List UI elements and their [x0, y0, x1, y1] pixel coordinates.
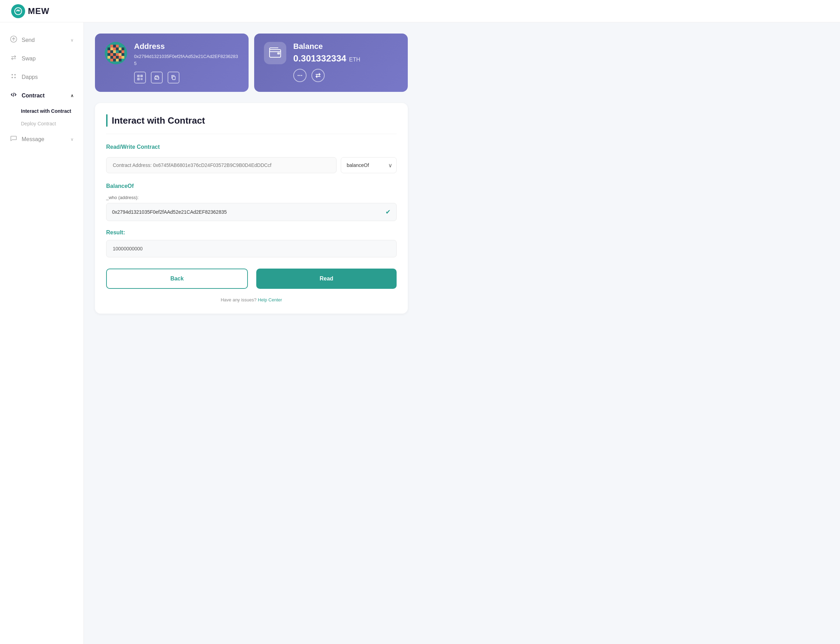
logo-text: MEW — [28, 6, 49, 16]
svg-point-54 — [300, 75, 300, 76]
param-input-wrap: ✔ — [106, 203, 397, 221]
svg-rect-45 — [142, 78, 143, 79]
message-icon — [10, 135, 18, 143]
buttons-row: Back Read — [106, 269, 397, 289]
svg-rect-47 — [142, 79, 143, 80]
swap-button[interactable] — [312, 69, 325, 82]
balance-actions — [293, 69, 360, 82]
cards-row: Address 0x2794d1321035F0ef2fAAd52e21CAd2… — [95, 33, 408, 92]
back-button[interactable]: Back — [106, 269, 248, 289]
svg-rect-31 — [116, 56, 119, 59]
svg-rect-16 — [108, 50, 110, 53]
balance-value: 0.301332334 — [293, 53, 346, 64]
svg-rect-28 — [108, 56, 110, 59]
svg-rect-36 — [116, 59, 119, 61]
svg-point-55 — [301, 75, 302, 76]
address-value: 0x2794d1321035F0ef2fAAd52e21CAd2EF823628… — [134, 53, 239, 67]
svg-rect-32 — [119, 56, 121, 59]
logo-icon — [11, 4, 25, 18]
function-title: BalanceOf — [106, 183, 397, 189]
result-section: Result: 10000000000 — [106, 230, 397, 257]
contract-address-input[interactable] — [106, 157, 336, 173]
header: MEW — [0, 0, 840, 22]
sidebar-dapps-label: Dapps — [21, 74, 38, 80]
svg-rect-22 — [108, 53, 110, 56]
sidebar-message-label: Message — [21, 136, 44, 143]
svg-rect-18 — [113, 50, 116, 53]
sidebar-subitem-interact[interactable]: Interact with Contract — [0, 105, 84, 117]
svg-rect-11 — [110, 48, 113, 50]
sidebar-contract-label: Contract — [21, 92, 45, 99]
qr-code-button[interactable] — [134, 72, 146, 84]
svg-rect-24 — [113, 53, 116, 56]
svg-rect-25 — [116, 53, 119, 56]
svg-rect-35 — [113, 59, 116, 61]
svg-rect-7 — [110, 45, 113, 48]
svg-rect-41 — [141, 76, 142, 77]
contract-input-row: balanceOf ∨ — [106, 157, 397, 173]
svg-point-5 — [14, 77, 16, 78]
svg-rect-20 — [119, 50, 121, 53]
balance-amount: 0.301332334 ETH — [293, 53, 360, 64]
help-center-link[interactable]: Help Center — [258, 297, 282, 302]
svg-rect-52 — [277, 53, 280, 54]
balance-card: Balance 0.301332334 ETH — [254, 33, 408, 92]
balance-card-title: Balance — [293, 42, 360, 51]
contract-icon — [10, 91, 18, 100]
print-button[interactable] — [151, 72, 163, 84]
contract-submenu: Interact with Contract Deploy Contract — [0, 105, 84, 130]
copy-button[interactable] — [167, 72, 179, 84]
svg-rect-43 — [138, 79, 139, 80]
help-text: Have any issues? — [221, 297, 257, 302]
accent-bar — [106, 114, 108, 127]
dapps-icon — [10, 73, 18, 81]
svg-rect-15 — [121, 48, 124, 50]
send-chevron: ∨ — [71, 38, 74, 43]
sidebar-item-message[interactable]: Message ∨ — [0, 130, 84, 148]
sidebar-swap-label: Swap — [21, 56, 36, 62]
address-card: Address 0x2794d1321035F0ef2fAAd52e21CAd2… — [95, 33, 249, 92]
avatar — [105, 42, 127, 64]
svg-rect-13 — [116, 48, 119, 50]
svg-rect-21 — [121, 50, 124, 53]
balance-currency: ETH — [349, 57, 360, 63]
param-address-input[interactable] — [112, 209, 386, 215]
more-options-button[interactable] — [293, 69, 307, 82]
balance-card-content: Balance 0.301332334 ETH — [293, 42, 360, 82]
address-card-title: Address — [134, 42, 239, 51]
svg-rect-27 — [121, 53, 124, 56]
svg-rect-33 — [121, 56, 124, 59]
svg-rect-14 — [119, 48, 121, 50]
result-box: 10000000000 — [106, 240, 397, 257]
svg-rect-19 — [116, 50, 119, 53]
main-content: Address 0x2794d1321035F0ef2fAAd52e21CAd2… — [84, 22, 419, 644]
svg-rect-39 — [138, 76, 139, 77]
page-title: Interact with Contract — [112, 115, 205, 126]
content-panel: Interact with Contract Read/Write Contra… — [95, 103, 408, 314]
sidebar-subitem-deploy[interactable]: Deploy Contract — [0, 117, 84, 130]
result-title: Result: — [106, 230, 397, 236]
sidebar-item-dapps[interactable]: Dapps — [0, 68, 84, 86]
function-dropdown[interactable]: balanceOf — [341, 157, 397, 173]
read-button[interactable]: Read — [256, 269, 397, 289]
sidebar-send-label: Send — [21, 37, 34, 43]
address-card-icons — [134, 72, 239, 84]
svg-rect-46 — [141, 79, 141, 80]
sidebar-item-swap[interactable]: Swap — [0, 49, 84, 68]
svg-rect-26 — [119, 53, 121, 56]
svg-point-53 — [298, 75, 299, 76]
svg-rect-29 — [110, 56, 113, 59]
sidebar-item-send[interactable]: Send ∨ — [0, 31, 84, 49]
help-text-wrap: Have any issues? Help Center — [106, 297, 397, 302]
svg-rect-44 — [141, 78, 141, 79]
svg-rect-17 — [110, 50, 113, 53]
section-title: Read/Write Contract — [106, 144, 397, 150]
svg-rect-49 — [158, 77, 159, 78]
sidebar-item-contract[interactable]: Contract ∧ — [0, 86, 84, 105]
checkmark-icon: ✔ — [386, 208, 390, 216]
address-card-content: Address 0x2794d1321035F0ef2fAAd52e21CAd2… — [134, 42, 239, 84]
param-label: _who (address): — [106, 195, 397, 200]
message-chevron: ∨ — [71, 137, 74, 142]
svg-point-4 — [11, 77, 13, 78]
svg-rect-50 — [172, 77, 175, 80]
